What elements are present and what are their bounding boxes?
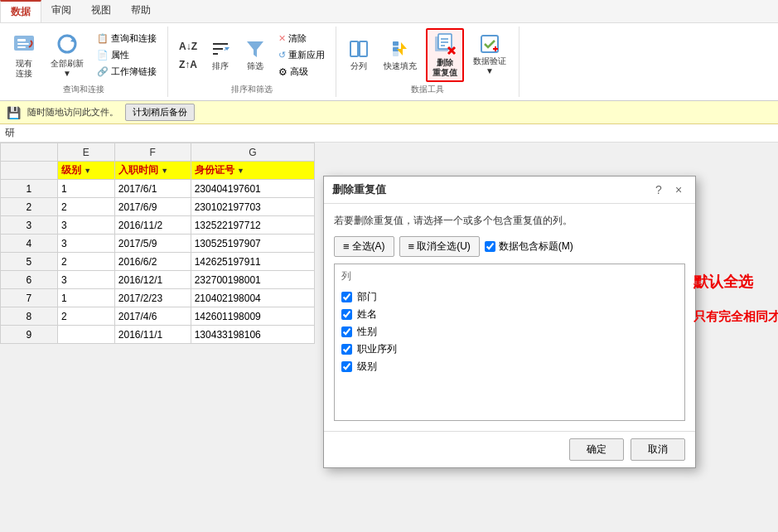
flash-fill-icon xyxy=(390,39,410,60)
dialog-question-btn[interactable]: ? xyxy=(650,181,667,198)
dialog-footer: 确定 取消 xyxy=(324,431,695,467)
reapply-btn[interactable]: ↺ 重新应用 xyxy=(274,47,329,63)
ribbon-group-datatools: 分列 快速填充 xyxy=(336,27,519,97)
select-all-btn[interactable]: ≡ 全选(A) xyxy=(334,236,394,257)
tab-data[interactable]: 数据 xyxy=(0,0,41,22)
split-columns-btn[interactable]: 分列 xyxy=(343,36,375,75)
sort-label: 排序 xyxy=(212,61,229,71)
checkbox-gender[interactable] xyxy=(341,326,352,337)
has-header-checkbox-label[interactable]: 数据包含标题(M) xyxy=(485,239,573,254)
table-row: 7 1 2017/2/23 210402198004 xyxy=(1,289,315,307)
flash-fill-btn[interactable]: 快速填充 xyxy=(378,36,423,75)
dialog-titlebar: 删除重复值 ? × xyxy=(324,177,695,204)
list-item-name[interactable]: 姓名 xyxy=(338,306,681,323)
row-num-header xyxy=(1,162,58,180)
col-header-G[interactable]: G xyxy=(191,143,314,162)
info-bar: 💾 随时随地访问此文件。 计划稍后备份 xyxy=(0,101,778,124)
backup-btn[interactable]: 计划稍后备份 xyxy=(125,104,195,121)
tab-review[interactable]: 审阅 xyxy=(41,0,81,22)
sort-az-icon: A↓Z xyxy=(179,41,197,52)
workbook-links-btn[interactable]: 🔗 工作簿链接 xyxy=(93,64,161,80)
annotation-area: 默认全选 只有完全相同才算重复 xyxy=(693,272,778,325)
datatools-group-label: 数据工具 xyxy=(411,84,444,95)
col-id-header[interactable]: 身份证号 ▼ xyxy=(191,162,314,180)
table-row: 2 2 2017/6/9 230102197703 xyxy=(1,198,315,216)
col-date-header[interactable]: 入职时间 ▼ xyxy=(114,162,191,180)
workbook-links-icon: 🔗 xyxy=(97,66,109,77)
advanced-label: 高级 xyxy=(290,65,308,78)
ribbon-group-query: 现有连接 全部刷新▼ 📋 xyxy=(0,27,168,97)
svg-rect-3 xyxy=(17,46,26,48)
remove-duplicates-dialog: 删除重复值 ? × 若要删除重复值，请选择一个或多个包含重复值的列。 ≡ 全选(… xyxy=(323,176,696,468)
col-header-E[interactable]: E xyxy=(57,143,114,162)
query-group-label: 查询和连接 xyxy=(63,84,104,95)
checkbox-level[interactable] xyxy=(341,361,352,372)
deselect-all-btn[interactable]: ≡ 取消全选(U) xyxy=(399,236,480,257)
data-validate-label: 数据验证▼ xyxy=(473,56,506,76)
query-connect-label: 查询和连接 xyxy=(111,32,157,45)
annotation-text-1: 默认全选 xyxy=(693,272,778,292)
refresh-all-label: 全部刷新▼ xyxy=(51,59,84,79)
dialog-description: 若要删除重复值，请选择一个或多个包含重复值的列。 xyxy=(334,214,685,228)
svg-rect-1 xyxy=(17,39,26,41)
existing-connection-btn[interactable]: 现有连接 xyxy=(7,29,41,82)
dialog-column-list[interactable]: 列 部门 姓名 性别 职业序列 xyxy=(334,264,685,421)
table-row: 5 2 2016/6/2 142625197911 xyxy=(1,253,315,271)
section-label: 研 xyxy=(0,124,778,143)
table-row: 8 2 2017/4/6 142601198009 xyxy=(1,307,315,326)
table-row: 9 2016/11/1 130433198106 xyxy=(1,326,315,344)
dialog-close-btn[interactable]: × xyxy=(670,181,687,198)
existing-connection-label: 现有连接 xyxy=(16,59,32,79)
clear-btn[interactable]: ✕ 清除 xyxy=(274,31,329,46)
checkbox-dept[interactable] xyxy=(341,292,352,302)
checkbox-name[interactable] xyxy=(341,309,352,320)
col-header-F[interactable]: F xyxy=(114,143,191,162)
clear-label: 清除 xyxy=(288,32,307,45)
list-item-job[interactable]: 职业序列 xyxy=(338,341,681,358)
sort-az-btn[interactable]: A↓Z xyxy=(175,38,201,55)
sort-za-btn[interactable]: Z↑A xyxy=(175,56,201,73)
refresh-all-btn[interactable]: 全部刷新▼ xyxy=(45,29,89,82)
sort-group-label: 排序和筛选 xyxy=(231,84,273,95)
label-level: 级别 xyxy=(357,360,377,374)
svg-marker-9 xyxy=(247,41,263,57)
checkbox-job[interactable] xyxy=(341,344,352,355)
dialog-toolbar: ≡ 全选(A) ≡ 取消全选(U) 数据包含标题(M) xyxy=(334,236,685,257)
advanced-btn[interactable]: ⚙ 高级 xyxy=(274,64,329,80)
tab-help[interactable]: 帮助 xyxy=(121,0,161,22)
table-row: 6 3 2016/12/1 232700198001 xyxy=(1,271,315,289)
remove-duplicates-icon xyxy=(433,32,457,57)
existing-connection-icon xyxy=(12,32,36,58)
clear-icon: ✕ xyxy=(278,33,286,44)
deselect-all-label: 取消全选(U) xyxy=(417,239,471,254)
ribbon-group-query-items: 现有连接 全部刷新▼ 📋 xyxy=(7,28,161,82)
ok-btn[interactable]: 确定 xyxy=(569,438,624,461)
label-gender: 性别 xyxy=(357,325,377,339)
properties-btn[interactable]: 📄 属性 xyxy=(93,47,161,63)
query-connect-btn[interactable]: 📋 查询和连接 xyxy=(93,31,161,46)
has-header-checkbox[interactable] xyxy=(485,241,495,252)
data-validate-btn[interactable]: 数据验证▼ xyxy=(467,31,512,80)
query-connect-icon: 📋 xyxy=(97,33,109,44)
list-item-level[interactable]: 级别 xyxy=(338,358,681,375)
workbook-links-label: 工作簿链接 xyxy=(111,65,157,78)
svg-rect-2 xyxy=(17,43,29,45)
list-item-dept[interactable]: 部门 xyxy=(338,288,681,306)
tab-view[interactable]: 视图 xyxy=(81,0,121,22)
remove-duplicates-btn[interactable]: 删除重复值 xyxy=(426,28,464,82)
data-table: E F G 级别 ▼ 入职时间 ▼ 身份证号 ▼ 1 1 2017/6/1 xyxy=(0,143,315,344)
reapply-label: 重新应用 xyxy=(288,49,325,61)
filter-btn[interactable]: 筛选 xyxy=(239,36,271,75)
cancel-btn[interactable]: 取消 xyxy=(631,438,685,461)
col-level-header[interactable]: 级别 ▼ xyxy=(57,162,114,180)
list-header: 列 xyxy=(338,268,681,285)
label-name: 姓名 xyxy=(357,307,377,322)
main-area: E F G 级别 ▼ 入职时间 ▼ 身份证号 ▼ 1 1 2017/6/1 xyxy=(0,143,778,532)
split-columns-label: 分列 xyxy=(350,61,367,71)
flash-fill-label: 快速填充 xyxy=(384,61,417,71)
info-bar-icon: 💾 xyxy=(7,106,21,119)
has-header-label: 数据包含标题(M) xyxy=(499,239,573,254)
ribbon-content: 现有连接 全部刷新▼ 📋 xyxy=(0,23,778,100)
sort-btn[interactable]: 排序 xyxy=(205,36,236,75)
list-item-gender[interactable]: 性别 xyxy=(338,323,681,341)
